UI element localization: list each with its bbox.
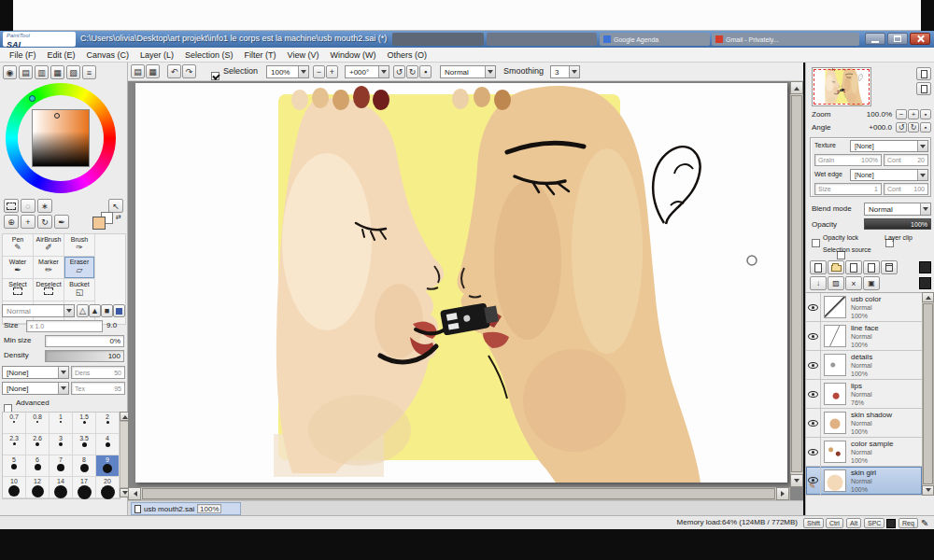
- layer-row-color-sample[interactable]: color sample Normal 100%: [806, 438, 922, 467]
- brush-size-cell[interactable]: 2.3: [3, 434, 26, 455]
- visibility-eye-icon[interactable]: [808, 420, 818, 427]
- nav-zoom-in-button[interactable]: +: [908, 109, 919, 119]
- sv-marker[interactable]: [54, 113, 60, 119]
- panel-toggle-button-1[interactable]: [919, 261, 931, 273]
- texture-slot-dropdown[interactable]: [None]: [2, 366, 69, 379]
- layer-row-skin-shadow[interactable]: skin shadow Normal 100%: [806, 409, 922, 438]
- brush-tip-solid[interactable]: ▲: [89, 304, 101, 317]
- canvas-scroll-down[interactable]: [790, 474, 803, 487]
- nav-rotate-cw-button[interactable]: ↻: [908, 122, 919, 133]
- magic-wand-tool[interactable]: ∗: [37, 199, 52, 213]
- rotate-canvas-tool[interactable]: ↻: [37, 215, 52, 229]
- saturation-value-square[interactable]: [32, 109, 90, 167]
- color-panel-toggle-1[interactable]: ▤: [19, 65, 33, 79]
- canvas-hscroll-thumb[interactable]: [142, 488, 775, 499]
- smoothing-dropdown[interactable]: 3: [550, 65, 580, 78]
- rotate-ccw-button[interactable]: ↺: [393, 65, 405, 78]
- navigator-view-rect[interactable]: [814, 69, 870, 105]
- background-window-tab[interactable]: [487, 33, 597, 46]
- new-folder-button[interactable]: [828, 260, 844, 274]
- lock-layer-button[interactable]: ▣: [863, 276, 880, 290]
- brush-size-cell[interactable]: 10: [3, 477, 26, 498]
- canvas-vscroll-thumb[interactable]: [791, 95, 802, 472]
- brush-size-cell[interactable]: 1.5: [73, 413, 96, 434]
- brush-size-cell[interactable]: 8: [73, 455, 96, 477]
- brush-size-cell[interactable]: 14: [50, 477, 73, 498]
- tool-brush[interactable]: Brush✑: [64, 234, 95, 257]
- menu-item-edit[interactable]: Edit (E): [42, 50, 81, 60]
- brush-size-cell[interactable]: 0.7: [3, 413, 26, 434]
- paint-mode-dropdown[interactable]: Normal: [440, 65, 496, 78]
- nav-rotate-ccw-button[interactable]: ↺: [896, 122, 907, 133]
- shift-key-indicator[interactable]: Shift: [803, 518, 824, 528]
- move-tool[interactable]: ↖: [108, 199, 123, 213]
- navigator-button-2[interactable]: [916, 82, 931, 95]
- rect-select-tool[interactable]: [4, 199, 19, 213]
- transfer-down-button[interactable]: ↓: [810, 276, 827, 290]
- menu-item-canvas[interactable]: Canvas (C): [81, 50, 135, 60]
- document-tab[interactable]: usb mouth2.sai 100%: [131, 502, 241, 515]
- eyedropper-tool[interactable]: ✒: [54, 215, 69, 229]
- size-slider[interactable]: x 1.0: [26, 320, 103, 332]
- nav-zoom-out-button[interactable]: −: [896, 109, 907, 119]
- tool-select[interactable]: Select: [3, 279, 34, 301]
- req-button[interactable]: Req: [899, 518, 918, 528]
- brush-size-cell[interactable]: 3.5: [73, 434, 96, 455]
- paper-view-button[interactable]: ▦: [146, 64, 160, 78]
- background-window-tab-gmail[interactable]: Gmail - Privately...: [712, 33, 859, 46]
- tool-marker[interactable]: Marker✏: [34, 257, 64, 279]
- canvas-page[interactable]: [135, 83, 787, 483]
- panel-toggle-button-2[interactable]: [919, 277, 931, 289]
- blotmap-slot-param[interactable]: Tex 95: [71, 382, 125, 395]
- zoom-out-button[interactable]: −: [313, 65, 325, 78]
- tool-pen[interactable]: Pen✎: [3, 234, 34, 257]
- brush-size-cell[interactable]: 2.6: [26, 434, 50, 455]
- tool-eraser[interactable]: Eraser▱: [64, 257, 95, 279]
- clear-layer-button[interactable]: ×: [845, 276, 862, 290]
- reset-view-button[interactable]: ▪: [419, 65, 432, 78]
- layer-row-details[interactable]: détails Normal 100%: [806, 351, 922, 380]
- visibility-eye-icon[interactable]: [808, 304, 818, 311]
- menu-item-window[interactable]: Window (W): [324, 50, 381, 60]
- brush-size-cell[interactable]: 2: [96, 413, 120, 434]
- brush-size-cell[interactable]: 4: [96, 434, 120, 455]
- layer-row-skin-girl-selected[interactable]: ✎ skin girl Normal 100%: [806, 467, 922, 496]
- zoom-dropdown[interactable]: 100%: [266, 65, 309, 78]
- wetedge-dropdown[interactable]: [None]: [850, 169, 928, 181]
- min-size-slider[interactable]: 0%: [45, 335, 124, 347]
- nav-zoom-reset-button[interactable]: ▪: [920, 109, 931, 119]
- canvas-scroll-up[interactable]: [790, 81, 803, 94]
- layer-row-usb-color[interactable]: usb color Normal 100%: [806, 293, 922, 322]
- brush-size-cell[interactable]: 6: [26, 455, 50, 477]
- minimize-button[interactable]: [865, 33, 885, 45]
- angle-dropdown[interactable]: +000°: [345, 65, 389, 78]
- visibility-eye-icon[interactable]: [808, 449, 818, 455]
- ctrl-key-indicator[interactable]: Ctrl: [826, 518, 843, 528]
- background-window-tab-agenda[interactable]: Google Agenda: [600, 33, 710, 46]
- merge-layer-button[interactable]: ▨: [828, 276, 844, 290]
- grain-param[interactable]: Grain 100%: [814, 154, 882, 166]
- brush-mode-dropdown[interactable]: Normal: [2, 304, 75, 317]
- density-slider[interactable]: 100: [45, 350, 124, 362]
- visibility-eye-icon[interactable]: [808, 391, 818, 398]
- brush-size-cell[interactable]: 17: [73, 477, 96, 498]
- undo-button[interactable]: ↶: [167, 64, 181, 78]
- brush-size-cell-selected[interactable]: 9: [96, 455, 120, 477]
- maximize-button[interactable]: [887, 33, 908, 45]
- hand-tool[interactable]: +: [21, 215, 35, 229]
- brush-tip-square[interactable]: ■: [101, 304, 113, 317]
- layer-row-lips[interactable]: lips Normal 76%: [806, 380, 922, 409]
- rotate-cw-button[interactable]: ↻: [406, 65, 418, 78]
- tool-bucket[interactable]: Bucket◱: [64, 279, 95, 301]
- zoom-tool[interactable]: ⊕: [4, 215, 19, 229]
- new-layer-button[interactable]: [810, 260, 827, 274]
- color-panel-toggle-2[interactable]: ▥: [35, 65, 49, 79]
- foreground-color-swatch[interactable]: [92, 217, 106, 230]
- wetedge-cont-param[interactable]: Cont 100: [884, 183, 928, 195]
- color-wheel[interactable]: [6, 83, 116, 193]
- brush-tip-texture[interactable]: [113, 304, 125, 317]
- navigator-thumbnail[interactable]: [812, 67, 871, 106]
- brush-size-cell[interactable]: 5: [3, 455, 26, 477]
- canvas-scroll-right[interactable]: [776, 487, 789, 500]
- canvas-scroll-left[interactable]: [128, 487, 141, 500]
